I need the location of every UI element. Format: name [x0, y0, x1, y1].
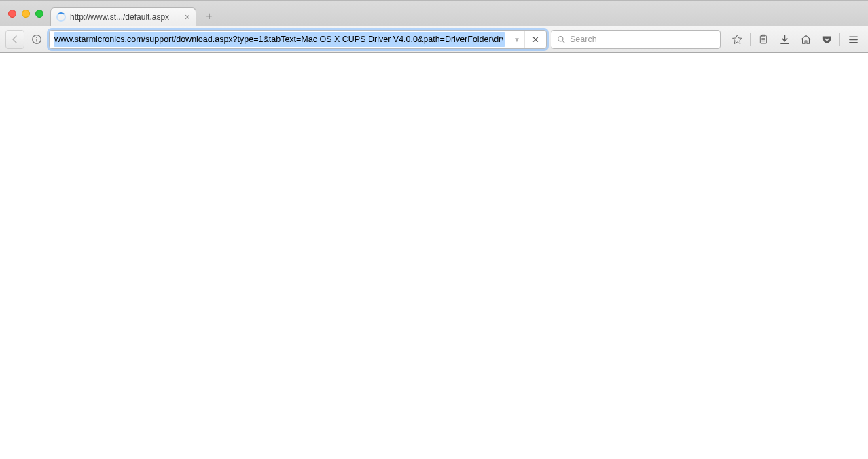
- close-window-button[interactable]: [8, 10, 16, 18]
- new-tab-button[interactable]: +: [200, 9, 218, 24]
- tab-bar: http://www.st.../default.aspx × +: [0, 0, 868, 26]
- search-input[interactable]: [570, 35, 715, 44]
- close-tab-button[interactable]: ×: [185, 12, 190, 22]
- back-button[interactable]: [5, 30, 24, 49]
- maximize-window-button[interactable]: [35, 10, 43, 18]
- home-button[interactable]: [796, 30, 815, 49]
- svg-line-4: [562, 41, 564, 43]
- loading-spinner-icon: [56, 12, 66, 22]
- downloads-button[interactable]: [775, 30, 794, 49]
- browser-tab[interactable]: http://www.st.../default.aspx ×: [50, 7, 196, 26]
- arrow-left-icon: [10, 34, 20, 45]
- home-icon: [800, 34, 812, 45]
- tab-title: http://www.st.../default.aspx: [70, 12, 181, 22]
- pocket-icon: [821, 34, 833, 45]
- navigation-toolbar: www.starmicronics.com/support/download.a…: [0, 26, 868, 53]
- menu-button[interactable]: [844, 30, 863, 49]
- url-bar[interactable]: www.starmicronics.com/support/download.a…: [49, 30, 547, 49]
- toolbar-icons: [725, 30, 863, 49]
- svg-rect-2: [36, 39, 37, 42]
- clipboard-icon: [758, 34, 769, 45]
- window-controls: [4, 10, 50, 18]
- site-identity-button[interactable]: [29, 31, 45, 48]
- star-icon: [731, 34, 743, 45]
- stop-loading-button[interactable]: ✕: [524, 31, 546, 48]
- minimize-window-button[interactable]: [22, 10, 30, 18]
- search-bar[interactable]: [551, 30, 721, 49]
- pocket-button[interactable]: [817, 30, 836, 49]
- url-history-dropdown[interactable]: ▼: [509, 36, 524, 43]
- page-content: [0, 53, 868, 459]
- bookmarks-list-button[interactable]: [754, 30, 773, 49]
- download-icon: [779, 34, 791, 45]
- bookmark-star-button[interactable]: [727, 30, 746, 49]
- svg-point-1: [36, 37, 37, 38]
- toolbar-separator: [839, 33, 840, 46]
- toolbar-separator: [750, 33, 751, 46]
- hamburger-icon: [848, 34, 859, 45]
- search-icon: [557, 35, 566, 44]
- info-icon: [31, 34, 42, 45]
